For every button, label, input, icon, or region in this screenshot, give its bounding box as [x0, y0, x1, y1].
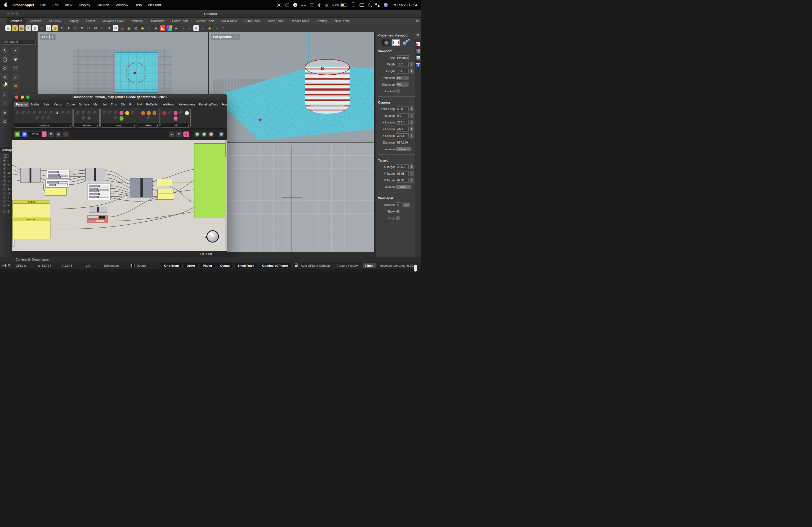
viewport-title-input[interactable]: Perspec: [396, 55, 409, 60]
airdrop-icon[interactable]: ◎: [325, 3, 328, 7]
gray-checkbox[interactable]: [396, 216, 400, 220]
height-stepper[interactable]: ▲▼: [410, 69, 414, 74]
save-icon[interactable]: ▣: [19, 25, 25, 31]
lens-orange-icon[interactable]: [208, 132, 214, 137]
save-icon[interactable]: ▣: [22, 132, 27, 137]
viewport-status-icon[interactable]: [2, 264, 6, 267]
rotation-stepper[interactable]: ▲▼: [410, 113, 414, 118]
gh-slider-group[interactable]: [47, 169, 70, 179]
geometry-pipeline-icon[interactable]: [141, 111, 146, 115]
gh-canvas[interactable]: HEADER FOOTER: [12, 140, 227, 251]
shaded-view-icon[interactable]: ●: [173, 25, 179, 31]
osnap-checkbox[interactable]: [3, 171, 6, 175]
cut-icon[interactable]: ✂: [39, 25, 45, 31]
shazam-icon[interactable]: ∿: [293, 3, 297, 7]
camera-place-button[interactable]: Place...: [396, 147, 411, 151]
gem-icon[interactable]: ◆: [207, 25, 213, 31]
gh-panel-selected[interactable]: [194, 143, 227, 218]
relay-icon[interactable]: [168, 111, 172, 115]
surface-param-icon[interactable]: [21, 111, 26, 115]
toolbar-tab[interactable]: CPlanes: [27, 18, 45, 24]
display-icon[interactable]: [310, 3, 314, 6]
gh-scrollbar-right[interactable]: [225, 140, 227, 251]
z-location-input[interactable]: 320.8: [396, 133, 409, 138]
preview-eye-icon[interactable]: ◉: [56, 132, 61, 137]
status-toggle[interactable]: Grid Snap: [161, 263, 182, 268]
zoom-extents-icon[interactable]: ⊠: [93, 25, 98, 31]
lock-icon[interactable]: [295, 265, 298, 267]
stage-manager-icon[interactable]: ∴ ∴: [301, 3, 306, 6]
menu-item[interactable]: Solution: [97, 3, 109, 7]
zoom-window-icon[interactable]: ⊡: [86, 25, 91, 31]
viewport-layout-icon[interactable]: ⊞: [113, 25, 118, 31]
viewport-top-label[interactable]: Top▼: [40, 34, 56, 40]
osnap-checkbox[interactable]: [3, 183, 6, 186]
grid-sphere-icon[interactable]: ◉: [193, 25, 199, 31]
colour-swatch-icon[interactable]: [119, 111, 124, 115]
import-icon[interactable]: [102, 111, 107, 115]
viewport-bottom[interactable]: y: [209, 143, 374, 252]
locked-checkbox[interactable]: [396, 89, 400, 93]
gh-tab[interactable]: Surface: [77, 102, 91, 107]
display-tab-icon[interactable]: [416, 49, 420, 53]
gh-group-selected-red[interactable]: [87, 215, 108, 223]
plane-param-icon[interactable]: [35, 116, 40, 121]
osnap-checkbox[interactable]: [3, 160, 6, 162]
cplane-grid-icon[interactable]: ▦: [126, 25, 132, 31]
y-location-input[interactable]: -321.: [396, 127, 409, 132]
osnap-checkbox[interactable]: [3, 200, 6, 202]
menu-item[interactable]: eleFront: [148, 3, 161, 7]
named-view-icon[interactable]: ▄: [119, 25, 125, 31]
point-param-icon[interactable]: [41, 116, 46, 121]
ellipse-tool[interactable]: ⊕: [12, 56, 19, 62]
status-toggle[interactable]: Gumball (CPlane): [259, 263, 291, 268]
curve-t-param-icon[interactable]: [81, 111, 86, 115]
layer-wedge-icon[interactable]: ◣: [160, 25, 165, 31]
spiral-toolpath-cylinder[interactable]: ✖: [305, 59, 350, 121]
gh-tab[interactable]: eleFront: [161, 102, 176, 107]
gh-tab[interactable]: Vector: [52, 102, 64, 107]
gh-tab[interactable]: Int: [102, 102, 109, 107]
gh-tab[interactable]: Heteroptera: [177, 102, 197, 107]
z-location-stepper[interactable]: ▲▼: [410, 133, 414, 138]
toolbar-tab[interactable]: Viewport Layout: [99, 18, 128, 24]
toolbar-tab[interactable]: SubD Tools: [241, 18, 263, 24]
browse-button[interactable]: ...: [403, 202, 410, 207]
osnap-checkbox[interactable]: [3, 187, 6, 191]
apple-menu-icon[interactable]: [4, 3, 8, 7]
gradient-icon[interactable]: [119, 116, 124, 121]
bluetooth-icon[interactable]: [318, 3, 321, 7]
boolean-param-icon[interactable]: ◐: [76, 111, 80, 115]
gumball-tab-icon[interactable]: [402, 40, 410, 46]
data-dam-icon[interactable]: [185, 111, 189, 115]
sketch-brush-icon[interactable]: ∿: [63, 132, 69, 137]
units-label[interactable]: Millimeters: [104, 264, 119, 267]
export-icon[interactable]: ▧: [32, 25, 38, 31]
script-icon[interactable]: [114, 111, 118, 115]
zoom-selected-icon[interactable]: ◐: [99, 25, 105, 31]
gear-icon[interactable]: ⚙: [416, 33, 419, 37]
open-file-icon[interactable]: ▨: [14, 132, 20, 137]
spotlight-icon[interactable]: [368, 3, 371, 6]
gh-compass-widget[interactable]: [206, 230, 219, 243]
mesh-param-icon[interactable]: [32, 111, 37, 115]
gh-title-bar[interactable]: Grasshopper - fablab_ clay printer Gcode…: [12, 94, 227, 100]
toolbar-tab[interactable]: Surface Tools: [192, 18, 218, 24]
arc-tool[interactable]: ◠: [12, 65, 19, 71]
time-param-icon[interactable]: [87, 111, 91, 115]
toolbar-tab[interactable]: New in V8: [331, 18, 352, 24]
preview-wire-icon[interactable]: ⊘: [176, 132, 182, 137]
bulb-icon[interactable]: ○: [146, 25, 152, 31]
gh-slider-group[interactable]: [88, 183, 111, 200]
gh-tab[interactable]: Msh: [91, 102, 101, 107]
toolbar-tab[interactable]: Drafting: [313, 18, 330, 24]
knob-icon[interactable]: [130, 111, 135, 115]
x-target-stepper[interactable]: ▲▼: [410, 164, 414, 169]
weave-icon[interactable]: [147, 111, 151, 115]
osnap-checkbox[interactable]: [3, 163, 6, 166]
osnap-checkbox[interactable]: [3, 192, 6, 195]
projection-select[interactable]: Pe...▲▼: [396, 76, 409, 80]
line-param-icon[interactable]: [61, 111, 65, 115]
toolbar-tab[interactable]: Select: [83, 18, 98, 24]
gh-scrollbar[interactable]: [12, 239, 14, 246]
